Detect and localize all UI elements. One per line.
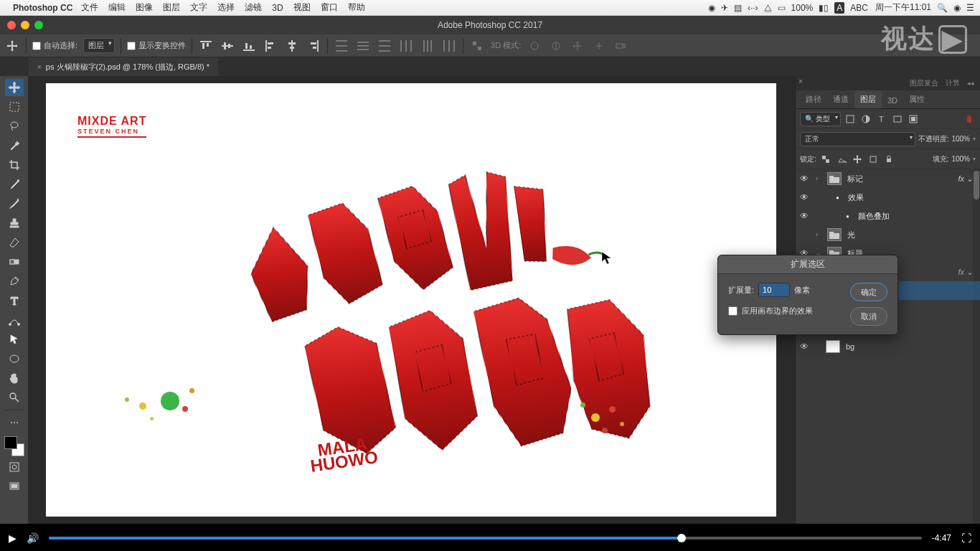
- menubar-clock[interactable]: 周一下午11:01: [875, 1, 931, 14]
- magic-wand-tool[interactable]: [5, 137, 24, 154]
- menu-type[interactable]: 文字: [190, 1, 207, 14]
- 3d-slide-icon[interactable]: [591, 38, 607, 54]
- seek-bar[interactable]: [49, 537, 922, 540]
- shape-tool[interactable]: [5, 350, 24, 367]
- status-battery-icon[interactable]: ▮▯: [819, 3, 829, 13]
- document-tab[interactable]: × ps 火锅辣椒字(2).psd @ 178% (描边, RGB/8) *: [29, 57, 218, 76]
- lock-all-icon[interactable]: [882, 153, 895, 166]
- layer-visibility-icon[interactable]: 👁: [798, 211, 810, 221]
- distribute-bottom-icon[interactable]: [377, 38, 392, 54]
- distribute-left-icon[interactable]: [398, 38, 414, 54]
- layer-visibility-icon[interactable]: 👁: [798, 342, 810, 352]
- tab-3d[interactable]: 3D: [882, 93, 903, 108]
- pen-tool[interactable]: [5, 273, 24, 290]
- marquee-tool[interactable]: [5, 98, 24, 116]
- layer-row[interactable]: ›光: [796, 225, 980, 244]
- lasso-tool[interactable]: [5, 118, 24, 135]
- minimize-window-icon[interactable]: [21, 21, 29, 29]
- layer-row[interactable]: 👁›标记fx ⌄: [796, 169, 980, 188]
- fullscreen-icon[interactable]: ⛶: [961, 532, 971, 544]
- menu-edit[interactable]: 编辑: [108, 1, 126, 14]
- layer-fx-icon[interactable]: fx ⌄: [958, 268, 977, 277]
- mini-tab-calc[interactable]: 计算: [946, 78, 960, 88]
- distribute-hcenter-icon[interactable]: [420, 38, 435, 54]
- expand-amount-input[interactable]: [758, 283, 790, 297]
- type-tool[interactable]: [5, 292, 24, 309]
- path-tool[interactable]: [5, 311, 24, 329]
- eraser-tool[interactable]: [5, 234, 24, 251]
- align-vcenter-icon[interactable]: [220, 38, 235, 54]
- move-tool[interactable]: [5, 79, 24, 96]
- filter-adjust-icon[interactable]: [859, 113, 872, 126]
- layer-visibility-icon[interactable]: 👁: [798, 192, 810, 202]
- auto-select-dropdown[interactable]: 图层: [83, 38, 115, 53]
- filter-shape-icon[interactable]: [891, 113, 904, 126]
- hand-tool[interactable]: [5, 369, 24, 387]
- align-left-icon[interactable]: [263, 38, 278, 54]
- opacity-dropdown-icon[interactable]: ▾: [973, 136, 976, 142]
- layer-row[interactable]: 👁bg: [796, 337, 980, 356]
- align-top-icon[interactable]: [198, 38, 214, 54]
- filter-smart-icon[interactable]: [907, 113, 920, 126]
- filter-type-icon[interactable]: T: [875, 113, 888, 126]
- menu-file[interactable]: 文件: [81, 1, 98, 14]
- status-code-icon[interactable]: ‹··›: [748, 3, 758, 13]
- layer-filter-dropdown[interactable]: 🔍 类型: [800, 112, 841, 126]
- menu-select[interactable]: 选择: [217, 1, 235, 14]
- show-transform-checkbox[interactable]: 显示变换控件: [127, 40, 186, 51]
- filter-pixel-icon[interactable]: [844, 113, 857, 126]
- layer-expand-icon[interactable]: ›: [816, 231, 824, 238]
- layer-row[interactable]: 👁●颜色叠加: [796, 207, 980, 225]
- layer-expand-icon[interactable]: ›: [816, 175, 824, 182]
- distribute-top-icon[interactable]: [334, 38, 349, 54]
- zoom-tool[interactable]: [5, 389, 24, 406]
- layer-row[interactable]: 👁●效果: [796, 188, 980, 207]
- menu-view[interactable]: 视图: [293, 1, 311, 14]
- close-window-icon[interactable]: [7, 21, 16, 29]
- 3d-pan-icon[interactable]: [570, 38, 585, 54]
- align-bottom-icon[interactable]: [241, 38, 257, 54]
- menu-layer[interactable]: 图层: [163, 1, 180, 14]
- status-wechat-icon[interactable]: ◉: [708, 3, 715, 13]
- screenmode-icon[interactable]: [5, 478, 24, 495]
- menu-image[interactable]: 图像: [136, 1, 153, 14]
- auto-select-checkbox[interactable]: 自动选择:: [32, 40, 77, 51]
- lock-artboard-icon[interactable]: [867, 153, 880, 166]
- menu-help[interactable]: 帮助: [348, 1, 365, 14]
- foreground-color-swatch[interactable]: [4, 436, 17, 449]
- lock-image-icon[interactable]: [835, 153, 848, 166]
- status-wifi-icon[interactable]: ⧋: [764, 3, 772, 13]
- opacity-value[interactable]: 100%: [951, 135, 970, 143]
- 3d-roll-icon[interactable]: [548, 38, 564, 54]
- tab-paths[interactable]: 路径: [800, 90, 827, 108]
- status-search-icon[interactable]: 🔍: [937, 3, 948, 13]
- fill-dropdown-icon[interactable]: ▾: [973, 156, 976, 162]
- panel-close-icon[interactable]: ×: [798, 77, 803, 85]
- canvas-area[interactable]: MIXDE ART STEVEN CHEN: [29, 76, 795, 524]
- direct-select-tool[interactable]: [5, 331, 24, 348]
- cancel-button[interactable]: 取消: [850, 307, 887, 326]
- distribute-right-icon[interactable]: [441, 38, 457, 54]
- blend-mode-dropdown[interactable]: 正常: [800, 132, 915, 146]
- volume-icon[interactable]: 🔊: [27, 532, 39, 544]
- status-input-label[interactable]: ABC: [850, 3, 868, 13]
- panel-collapse-icon[interactable]: ◂◂: [967, 80, 974, 87]
- filter-toggle-icon[interactable]: [963, 113, 976, 126]
- apply-canvas-bounds-checkbox[interactable]: 应用画布边界的效果: [728, 306, 843, 316]
- fill-value[interactable]: 100%: [951, 155, 970, 163]
- tab-channels[interactable]: 通道: [827, 90, 854, 108]
- play-button[interactable]: ▶: [9, 532, 17, 544]
- menu-window[interactable]: 窗口: [321, 1, 338, 14]
- mini-tab-layercomps[interactable]: 图层复合: [910, 78, 938, 88]
- move-tool-indicator-icon[interactable]: [4, 38, 20, 54]
- menu-3d[interactable]: 3D: [272, 3, 283, 13]
- status-input-icon[interactable]: A: [834, 2, 844, 14]
- tab-layers[interactable]: 图层: [854, 90, 882, 108]
- eyedropper-tool[interactable]: [5, 176, 24, 193]
- tab-properties[interactable]: 属性: [903, 90, 930, 108]
- close-tab-icon[interactable]: ×: [37, 63, 42, 71]
- status-mirror-icon[interactable]: ▭: [778, 3, 786, 13]
- status-siri-icon[interactable]: ◉: [953, 3, 961, 13]
- maximize-window-icon[interactable]: [34, 21, 43, 29]
- gradient-tool[interactable]: [5, 253, 24, 270]
